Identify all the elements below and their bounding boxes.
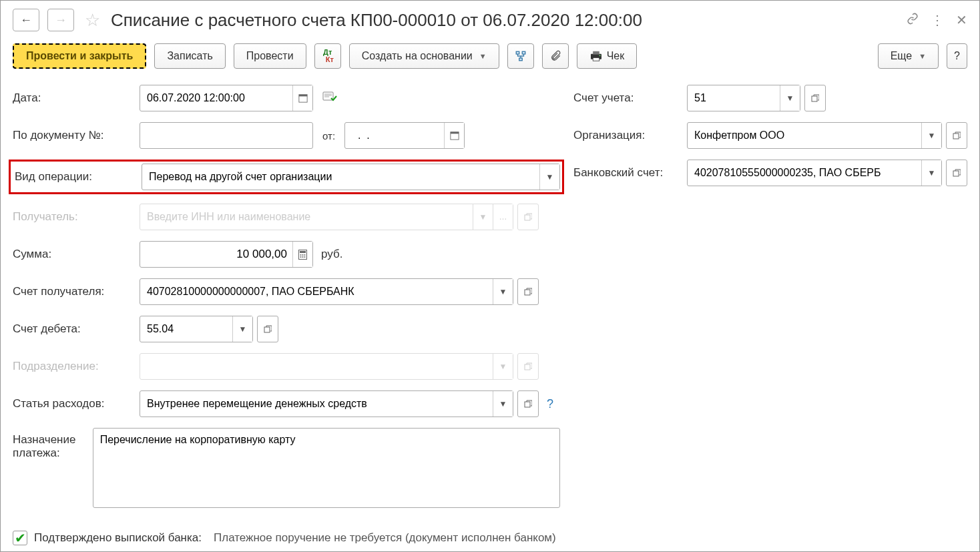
- calculator-icon[interactable]: [292, 242, 312, 267]
- toolbar: Провести и закрыть Записать Провести Дт …: [13, 43, 967, 69]
- help-button[interactable]: ?: [947, 43, 967, 69]
- svg-rect-14: [300, 251, 306, 253]
- label-bank-account: Банковский счет:: [573, 166, 687, 180]
- chevron-down-icon: ▼: [919, 52, 926, 60]
- currency-label: руб.: [321, 248, 342, 261]
- label-department: Подразделение:: [13, 360, 140, 373]
- recipient-account-select[interactable]: ▼: [140, 278, 513, 305]
- kebab-menu-icon[interactable]: ⋮: [931, 12, 944, 28]
- document-window: ← → ☆ Списание с расчетного счета КП00-0…: [0, 0, 980, 552]
- row-department: Подразделение: ▼: [13, 353, 560, 380]
- svg-rect-27: [953, 171, 959, 176]
- expense-item-select[interactable]: ▼: [140, 390, 513, 417]
- footer-row: ✔ Подтверждено выпиской банка: Платежное…: [13, 531, 967, 545]
- attach-button[interactable]: [542, 43, 569, 69]
- svg-rect-5: [593, 57, 599, 61]
- open-icon[interactable]: [517, 390, 539, 417]
- open-icon[interactable]: [257, 316, 278, 342]
- check-button[interactable]: Чек: [577, 43, 638, 69]
- more-button[interactable]: Еще ▼: [878, 43, 939, 69]
- printer-icon: [589, 51, 603, 61]
- help-link-icon[interactable]: ?: [547, 397, 553, 411]
- svg-rect-26: [953, 133, 959, 139]
- titlebar: ← → ☆ Списание с расчетного счета КП00-0…: [13, 9, 967, 31]
- recipient-account-input[interactable]: [140, 279, 493, 304]
- organization-select[interactable]: ▼: [687, 122, 942, 149]
- bank-account-select[interactable]: ▼: [687, 160, 942, 186]
- row-recipient-account: Счет получателя: ▼: [13, 278, 560, 305]
- nav-back-button[interactable]: ←: [13, 9, 39, 31]
- open-icon[interactable]: [946, 160, 967, 186]
- save-button[interactable]: Записать: [154, 43, 225, 69]
- svg-rect-25: [812, 96, 817, 101]
- svg-point-20: [304, 256, 306, 258]
- structure-button[interactable]: [507, 43, 534, 69]
- chevron-down-icon[interactable]: ▼: [493, 279, 513, 304]
- debit-account-select[interactable]: ▼: [140, 316, 253, 342]
- favorite-star-icon[interactable]: ☆: [82, 10, 103, 31]
- open-icon[interactable]: [804, 85, 826, 111]
- svg-rect-0: [516, 51, 519, 54]
- accounting-account-select[interactable]: ▼: [687, 85, 800, 111]
- nav-forward-button[interactable]: →: [47, 9, 74, 31]
- svg-rect-1: [522, 51, 525, 54]
- row-debit-account: Счет дебета: ▼: [13, 316, 560, 342]
- row-accounting-account: Счет учета: ▼: [573, 85, 967, 111]
- svg-rect-8: [298, 95, 306, 97]
- open-icon: [517, 204, 539, 230]
- svg-rect-2: [519, 58, 522, 61]
- dtkt-button[interactable]: Дт Кт: [314, 43, 341, 69]
- chevron-down-icon[interactable]: ▼: [921, 123, 941, 148]
- debit-account-input[interactable]: [140, 316, 232, 342]
- svg-point-16: [302, 254, 304, 256]
- label-recipient: Получатель:: [13, 210, 140, 224]
- form-area: Дата: По документу №: от:: [13, 85, 967, 519]
- label-operation-type: Вид операции:: [13, 170, 142, 184]
- row-bank-account: Банковский счет: ▼: [573, 160, 967, 186]
- open-icon: [517, 353, 539, 380]
- chevron-down-icon[interactable]: ▼: [780, 85, 800, 111]
- recipient-input: [140, 204, 473, 230]
- post-and-close-button[interactable]: Провести и закрыть: [13, 43, 146, 69]
- row-purpose: Назначение платежа: Перечисление на корп…: [13, 428, 560, 508]
- confirmed-checkbox[interactable]: ✔: [13, 531, 27, 545]
- row-operation-type-highlight: Вид операции: ▼: [9, 160, 564, 194]
- chevron-down-icon[interactable]: ▼: [232, 316, 252, 342]
- svg-point-17: [304, 254, 306, 256]
- organization-input[interactable]: [688, 123, 921, 148]
- operation-type-select[interactable]: ▼: [142, 164, 560, 190]
- open-icon[interactable]: [946, 122, 967, 149]
- create-based-on-button[interactable]: Создать на основании ▼: [349, 43, 499, 69]
- department-select: ▼: [140, 353, 513, 380]
- label-purpose: Назначение платежа:: [13, 428, 93, 460]
- accounting-account-input[interactable]: [688, 85, 780, 111]
- chevron-down-icon[interactable]: ▼: [493, 391, 513, 417]
- close-icon[interactable]: ✕: [956, 12, 967, 28]
- date-input[interactable]: [140, 85, 292, 111]
- label-debit-account: Счет дебета:: [13, 322, 140, 336]
- chevron-down-icon[interactable]: ▼: [921, 160, 941, 186]
- doc-from-input[interactable]: [345, 123, 444, 148]
- calendar-icon[interactable]: [292, 85, 312, 111]
- label-date: Дата:: [13, 91, 140, 105]
- bank-account-input[interactable]: [688, 160, 921, 186]
- chevron-down-icon: ▼: [479, 52, 487, 60]
- label-doc-no: По документу №:: [13, 129, 140, 142]
- footer-note: Платежное поручение не требуется (докуме…: [214, 531, 556, 545]
- purpose-textarea[interactable]: Перечисление на корпоративную карту: [93, 428, 560, 508]
- amount-input[interactable]: [140, 242, 292, 267]
- expense-item-input[interactable]: [140, 391, 493, 417]
- row-expense-item: Статья расходов: ▼ ?: [13, 390, 560, 417]
- post-button[interactable]: Провести: [234, 43, 306, 69]
- calendar-icon[interactable]: [444, 123, 464, 148]
- chevron-down-icon[interactable]: ▼: [539, 164, 559, 190]
- doc-no-input[interactable]: [140, 123, 312, 148]
- open-icon[interactable]: [517, 278, 539, 305]
- link-icon[interactable]: [907, 13, 919, 28]
- row-organization: Организация: ▼: [573, 122, 967, 149]
- svg-rect-22: [264, 327, 270, 332]
- operation-type-input[interactable]: [142, 164, 539, 190]
- svg-rect-23: [525, 364, 530, 370]
- doc-status-icon[interactable]: [322, 91, 337, 105]
- date-input-wrap: [140, 85, 313, 111]
